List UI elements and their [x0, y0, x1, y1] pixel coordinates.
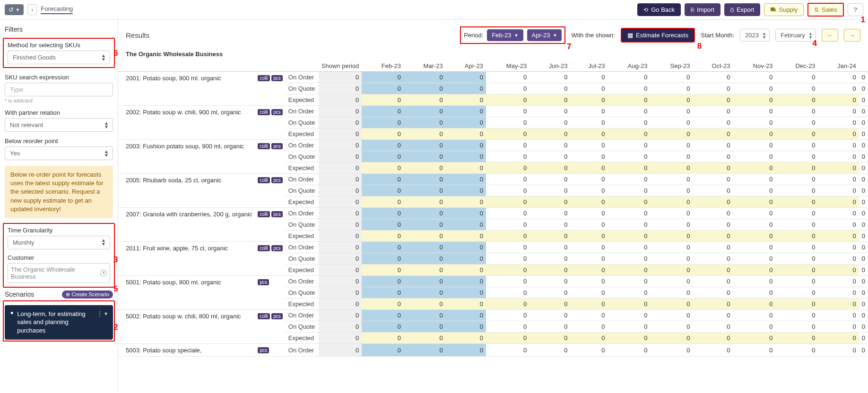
data-cell[interactable]: 0: [571, 333, 608, 344]
data-cell[interactable]: 0: [529, 299, 570, 310]
data-cell[interactable]: 0: [529, 140, 570, 151]
data-cell[interactable]: 0: [608, 83, 651, 94]
data-cell[interactable]: 0: [733, 265, 776, 276]
data-cell[interactable]: 0: [651, 162, 693, 174]
data-cell[interactable]: 0: [486, 276, 529, 287]
data-cell[interactable]: 0: [733, 344, 776, 357]
data-cell[interactable]: 0: [362, 196, 404, 208]
data-cell[interactable]: 0: [571, 83, 608, 94]
create-scenario-button[interactable]: ⊕ Create Scenario: [62, 290, 113, 299]
data-cell[interactable]: 0: [608, 174, 651, 185]
data-cell[interactable]: 0: [651, 83, 693, 94]
data-cell[interactable]: 0: [486, 140, 529, 151]
data-cell[interactable]: 0: [571, 276, 608, 287]
data-cell[interactable]: 0: [651, 253, 693, 265]
data-cell[interactable]: 0: [404, 196, 446, 208]
data-cell[interactable]: 0: [733, 242, 776, 253]
data-cell[interactable]: 0: [608, 231, 651, 242]
data-cell[interactable]: 0: [733, 162, 776, 174]
data-cell[interactable]: 0: [404, 185, 446, 196]
data-cell[interactable]: 0: [608, 321, 651, 333]
data-cell[interactable]: 0: [404, 231, 446, 242]
data-cell[interactable]: 0: [775, 117, 818, 128]
data-cell[interactable]: 0: [818, 72, 859, 83]
data-cell[interactable]: 0: [529, 219, 570, 231]
data-cell[interactable]: 0: [775, 344, 818, 357]
data-cell[interactable]: 0: [529, 128, 570, 140]
data-cell[interactable]: 0: [486, 72, 529, 83]
data-cell[interactable]: 0: [775, 83, 818, 94]
data-cell[interactable]: 0: [529, 151, 570, 162]
customer-clear-icon[interactable]: ×: [100, 270, 107, 276]
data-cell[interactable]: 0: [818, 140, 859, 151]
data-cell[interactable]: 0: [404, 151, 446, 162]
data-cell[interactable]: 0: [446, 208, 486, 219]
data-cell[interactable]: 0: [446, 344, 486, 357]
data-cell[interactable]: 0: [818, 208, 859, 219]
data-cell[interactable]: 0: [362, 276, 404, 287]
data-cell[interactable]: 0: [733, 231, 776, 242]
data-cell[interactable]: 0: [693, 265, 733, 276]
data-cell[interactable]: 0: [693, 231, 733, 242]
data-cell[interactable]: 0: [529, 94, 570, 106]
data-cell[interactable]: 0: [404, 219, 446, 231]
data-cell[interactable]: 0: [693, 253, 733, 265]
data-cell[interactable]: 0: [571, 219, 608, 231]
data-cell[interactable]: 0: [446, 83, 486, 94]
data-cell[interactable]: 0: [486, 174, 529, 185]
data-cell[interactable]: 0: [529, 72, 570, 83]
data-cell[interactable]: 0: [733, 128, 776, 140]
data-cell[interactable]: 0: [446, 321, 486, 333]
data-cell[interactable]: 0: [362, 344, 404, 357]
data-cell[interactable]: 0: [404, 333, 446, 344]
data-cell[interactable]: 0: [362, 140, 404, 151]
data-cell[interactable]: 0: [486, 344, 529, 357]
data-cell[interactable]: 0: [446, 287, 486, 299]
data-cell[interactable]: 0: [529, 321, 570, 333]
data-cell[interactable]: 0: [404, 162, 446, 174]
data-cell[interactable]: 0: [733, 140, 776, 151]
data-cell[interactable]: 0: [446, 276, 486, 287]
data-cell[interactable]: 0: [608, 117, 651, 128]
go-back-button[interactable]: ⟲ Go Back: [637, 3, 681, 16]
data-cell[interactable]: 0: [529, 196, 570, 208]
data-cell[interactable]: 0: [608, 265, 651, 276]
data-cell[interactable]: 0: [404, 174, 446, 185]
data-cell[interactable]: 0: [775, 128, 818, 140]
data-cell[interactable]: 0: [608, 162, 651, 174]
data-cell[interactable]: 0: [608, 310, 651, 321]
data-cell[interactable]: 0: [775, 321, 818, 333]
data-cell[interactable]: 0: [362, 117, 404, 128]
data-cell[interactable]: 0: [651, 151, 693, 162]
data-cell[interactable]: 0: [486, 162, 529, 174]
data-cell[interactable]: 0: [651, 310, 693, 321]
data-cell[interactable]: 0: [571, 128, 608, 140]
data-cell[interactable]: 0: [693, 117, 733, 128]
data-cell[interactable]: 0: [818, 185, 859, 196]
data-cell[interactable]: 0: [733, 94, 776, 106]
data-cell[interactable]: 0: [651, 299, 693, 310]
data-cell[interactable]: 0: [775, 174, 818, 185]
data-cell[interactable]: 0: [651, 72, 693, 83]
help-button[interactable]: ?: [848, 3, 863, 16]
data-cell[interactable]: 0: [446, 162, 486, 174]
data-cell[interactable]: 0: [733, 117, 776, 128]
data-cell[interactable]: 0: [404, 276, 446, 287]
data-cell[interactable]: 0: [529, 83, 570, 94]
next-month-button[interactable]: →: [844, 29, 860, 42]
history-forward-button[interactable]: ›: [27, 4, 37, 15]
data-cell[interactable]: 0: [571, 151, 608, 162]
data-cell[interactable]: 0: [693, 174, 733, 185]
data-cell[interactable]: 0: [733, 333, 776, 344]
data-cell[interactable]: 0: [571, 265, 608, 276]
breadcrumb[interactable]: Forecasting: [41, 5, 73, 14]
reorder-select[interactable]: Yes ▲▼: [5, 146, 113, 160]
data-cell[interactable]: 0: [571, 208, 608, 219]
period-from-select[interactable]: Feb-23 ▼: [487, 29, 523, 41]
data-cell[interactable]: 0: [529, 242, 570, 253]
data-cell[interactable]: 0: [446, 265, 486, 276]
data-cell[interactable]: 0: [446, 140, 486, 151]
data-cell[interactable]: 0: [571, 310, 608, 321]
data-cell[interactable]: 0: [486, 253, 529, 265]
data-cell[interactable]: 0: [775, 185, 818, 196]
